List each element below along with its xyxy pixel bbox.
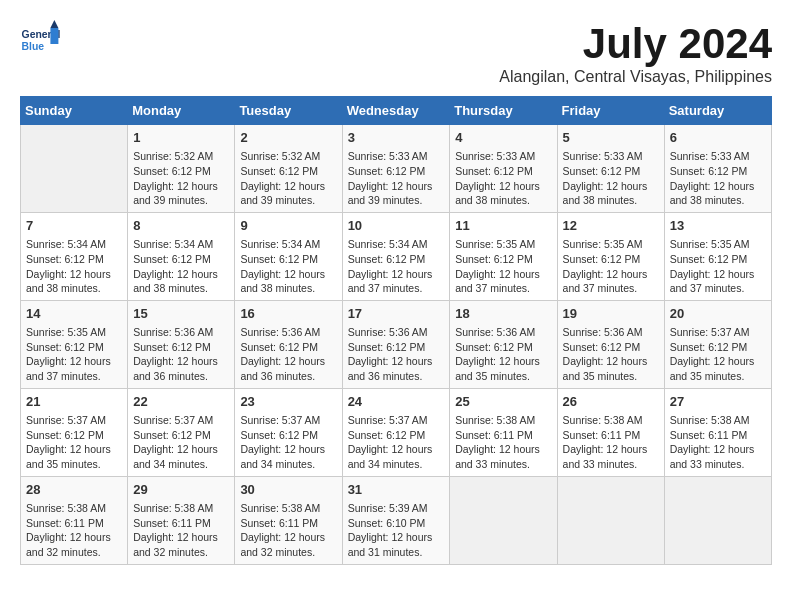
day-info: Sunrise: 5:35 AMSunset: 6:12 PMDaylight:… (26, 325, 122, 384)
calendar-cell: 6Sunrise: 5:33 AMSunset: 6:12 PMDaylight… (664, 125, 771, 213)
calendar-cell: 28Sunrise: 5:38 AMSunset: 6:11 PMDayligh… (21, 476, 128, 564)
day-number: 25 (455, 393, 551, 411)
day-number: 28 (26, 481, 122, 499)
calendar-week-row: 1Sunrise: 5:32 AMSunset: 6:12 PMDaylight… (21, 125, 772, 213)
calendar-cell: 23Sunrise: 5:37 AMSunset: 6:12 PMDayligh… (235, 388, 342, 476)
day-info: Sunrise: 5:34 AMSunset: 6:12 PMDaylight:… (240, 237, 336, 296)
calendar-cell: 7Sunrise: 5:34 AMSunset: 6:12 PMDaylight… (21, 212, 128, 300)
day-number: 14 (26, 305, 122, 323)
day-info: Sunrise: 5:36 AMSunset: 6:12 PMDaylight:… (133, 325, 229, 384)
calendar-cell: 20Sunrise: 5:37 AMSunset: 6:12 PMDayligh… (664, 300, 771, 388)
day-number: 24 (348, 393, 445, 411)
day-number: 9 (240, 217, 336, 235)
day-info: Sunrise: 5:32 AMSunset: 6:12 PMDaylight:… (133, 149, 229, 208)
calendar-cell: 31Sunrise: 5:39 AMSunset: 6:10 PMDayligh… (342, 476, 450, 564)
day-info: Sunrise: 5:39 AMSunset: 6:10 PMDaylight:… (348, 501, 445, 560)
day-number: 4 (455, 129, 551, 147)
day-info: Sunrise: 5:33 AMSunset: 6:12 PMDaylight:… (455, 149, 551, 208)
day-info: Sunrise: 5:37 AMSunset: 6:12 PMDaylight:… (133, 413, 229, 472)
calendar-cell: 24Sunrise: 5:37 AMSunset: 6:12 PMDayligh… (342, 388, 450, 476)
calendar-cell: 21Sunrise: 5:37 AMSunset: 6:12 PMDayligh… (21, 388, 128, 476)
calendar-cell: 25Sunrise: 5:38 AMSunset: 6:11 PMDayligh… (450, 388, 557, 476)
day-number: 10 (348, 217, 445, 235)
calendar-table: SundayMondayTuesdayWednesdayThursdayFrid… (20, 96, 772, 565)
day-of-week-header: Sunday (21, 97, 128, 125)
calendar-cell: 4Sunrise: 5:33 AMSunset: 6:12 PMDaylight… (450, 125, 557, 213)
calendar-week-row: 21Sunrise: 5:37 AMSunset: 6:12 PMDayligh… (21, 388, 772, 476)
calendar-cell: 2Sunrise: 5:32 AMSunset: 6:12 PMDaylight… (235, 125, 342, 213)
calendar-week-row: 14Sunrise: 5:35 AMSunset: 6:12 PMDayligh… (21, 300, 772, 388)
logo: General Blue (20, 20, 65, 60)
calendar-cell (21, 125, 128, 213)
calendar-cell: 11Sunrise: 5:35 AMSunset: 6:12 PMDayligh… (450, 212, 557, 300)
day-number: 31 (348, 481, 445, 499)
day-info: Sunrise: 5:33 AMSunset: 6:12 PMDaylight:… (563, 149, 659, 208)
svg-text:Blue: Blue (22, 41, 45, 52)
calendar-cell (450, 476, 557, 564)
calendar-cell: 22Sunrise: 5:37 AMSunset: 6:12 PMDayligh… (128, 388, 235, 476)
day-info: Sunrise: 5:37 AMSunset: 6:12 PMDaylight:… (348, 413, 445, 472)
day-info: Sunrise: 5:36 AMSunset: 6:12 PMDaylight:… (563, 325, 659, 384)
page-header: General Blue July 2024 Alangilan, Centra… (20, 20, 772, 86)
day-info: Sunrise: 5:32 AMSunset: 6:12 PMDaylight:… (240, 149, 336, 208)
day-info: Sunrise: 5:36 AMSunset: 6:12 PMDaylight:… (455, 325, 551, 384)
day-of-week-header: Saturday (664, 97, 771, 125)
day-info: Sunrise: 5:38 AMSunset: 6:11 PMDaylight:… (563, 413, 659, 472)
day-info: Sunrise: 5:33 AMSunset: 6:12 PMDaylight:… (670, 149, 766, 208)
location-subtitle: Alangilan, Central Visayas, Philippines (499, 68, 772, 86)
day-info: Sunrise: 5:37 AMSunset: 6:12 PMDaylight:… (670, 325, 766, 384)
month-title: July 2024 (499, 20, 772, 68)
calendar-cell: 14Sunrise: 5:35 AMSunset: 6:12 PMDayligh… (21, 300, 128, 388)
calendar-cell: 15Sunrise: 5:36 AMSunset: 6:12 PMDayligh… (128, 300, 235, 388)
calendar-cell: 8Sunrise: 5:34 AMSunset: 6:12 PMDaylight… (128, 212, 235, 300)
day-number: 6 (670, 129, 766, 147)
calendar-cell: 16Sunrise: 5:36 AMSunset: 6:12 PMDayligh… (235, 300, 342, 388)
calendar-cell (557, 476, 664, 564)
day-info: Sunrise: 5:38 AMSunset: 6:11 PMDaylight:… (455, 413, 551, 472)
calendar-cell: 1Sunrise: 5:32 AMSunset: 6:12 PMDaylight… (128, 125, 235, 213)
logo-icon: General Blue (20, 20, 60, 60)
day-number: 30 (240, 481, 336, 499)
calendar-cell: 3Sunrise: 5:33 AMSunset: 6:12 PMDaylight… (342, 125, 450, 213)
day-info: Sunrise: 5:38 AMSunset: 6:11 PMDaylight:… (670, 413, 766, 472)
day-info: Sunrise: 5:37 AMSunset: 6:12 PMDaylight:… (26, 413, 122, 472)
day-of-week-header: Friday (557, 97, 664, 125)
day-info: Sunrise: 5:35 AMSunset: 6:12 PMDaylight:… (563, 237, 659, 296)
day-number: 1 (133, 129, 229, 147)
day-info: Sunrise: 5:38 AMSunset: 6:11 PMDaylight:… (26, 501, 122, 560)
calendar-week-row: 7Sunrise: 5:34 AMSunset: 6:12 PMDaylight… (21, 212, 772, 300)
calendar-week-row: 28Sunrise: 5:38 AMSunset: 6:11 PMDayligh… (21, 476, 772, 564)
calendar-cell: 26Sunrise: 5:38 AMSunset: 6:11 PMDayligh… (557, 388, 664, 476)
day-of-week-header: Tuesday (235, 97, 342, 125)
day-info: Sunrise: 5:35 AMSunset: 6:12 PMDaylight:… (670, 237, 766, 296)
day-info: Sunrise: 5:36 AMSunset: 6:12 PMDaylight:… (240, 325, 336, 384)
day-number: 7 (26, 217, 122, 235)
day-of-week-header: Thursday (450, 97, 557, 125)
day-info: Sunrise: 5:38 AMSunset: 6:11 PMDaylight:… (240, 501, 336, 560)
svg-marker-3 (50, 20, 58, 28)
day-number: 12 (563, 217, 659, 235)
day-number: 21 (26, 393, 122, 411)
day-info: Sunrise: 5:35 AMSunset: 6:12 PMDaylight:… (455, 237, 551, 296)
calendar-cell: 27Sunrise: 5:38 AMSunset: 6:11 PMDayligh… (664, 388, 771, 476)
day-info: Sunrise: 5:36 AMSunset: 6:12 PMDaylight:… (348, 325, 445, 384)
calendar-cell: 10Sunrise: 5:34 AMSunset: 6:12 PMDayligh… (342, 212, 450, 300)
day-number: 22 (133, 393, 229, 411)
day-number: 29 (133, 481, 229, 499)
day-number: 20 (670, 305, 766, 323)
day-number: 23 (240, 393, 336, 411)
calendar-cell: 19Sunrise: 5:36 AMSunset: 6:12 PMDayligh… (557, 300, 664, 388)
day-info: Sunrise: 5:34 AMSunset: 6:12 PMDaylight:… (26, 237, 122, 296)
day-number: 13 (670, 217, 766, 235)
day-of-week-header: Wednesday (342, 97, 450, 125)
day-number: 15 (133, 305, 229, 323)
day-number: 11 (455, 217, 551, 235)
day-number: 8 (133, 217, 229, 235)
calendar-cell: 17Sunrise: 5:36 AMSunset: 6:12 PMDayligh… (342, 300, 450, 388)
calendar-cell: 30Sunrise: 5:38 AMSunset: 6:11 PMDayligh… (235, 476, 342, 564)
day-number: 19 (563, 305, 659, 323)
day-info: Sunrise: 5:34 AMSunset: 6:12 PMDaylight:… (133, 237, 229, 296)
day-info: Sunrise: 5:33 AMSunset: 6:12 PMDaylight:… (348, 149, 445, 208)
day-number: 18 (455, 305, 551, 323)
day-of-week-header: Monday (128, 97, 235, 125)
